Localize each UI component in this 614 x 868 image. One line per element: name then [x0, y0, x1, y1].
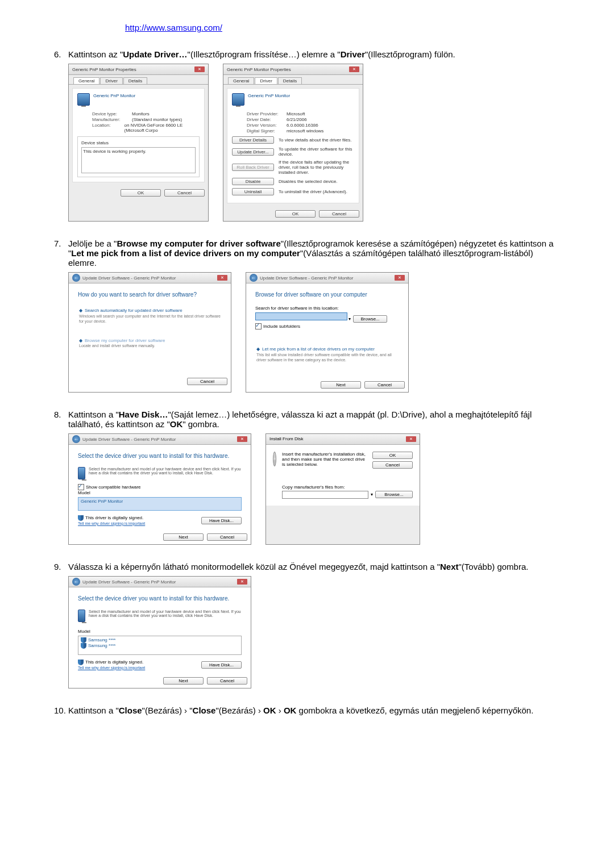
step-number: 9.	[54, 562, 61, 571]
cancel-button[interactable]: Cancel	[207, 533, 247, 541]
cancel-button[interactable]: Cancel	[319, 210, 359, 218]
disk-icon	[273, 452, 276, 466]
disable-button[interactable]: Disable	[232, 178, 274, 185]
dialog-titlebar: Generic PnP Monitor Properties ✕	[69, 64, 208, 75]
monitor-label: Generic PnP Monitor	[93, 93, 135, 98]
copy-from-label: Copy manufacturer's files from:	[282, 485, 413, 490]
model-list[interactable]: Samsung **** Samsung ****	[78, 636, 242, 655]
next-button[interactable]: Next	[321, 381, 361, 389]
tab-details[interactable]: Details	[278, 77, 302, 84]
model-list[interactable]: Generic PnP Monitor	[78, 497, 242, 511]
location-input[interactable]	[255, 312, 347, 320]
select-driver-wizard: ←Update Driver Software - Generic PnP Mo…	[68, 433, 251, 545]
option-let-me-pick[interactable]: ◆Let me pick from a list of device drive…	[255, 344, 399, 365]
back-icon[interactable]: ←	[72, 578, 80, 586]
wizard-heading: Select the device driver you want to ins…	[78, 595, 242, 602]
have-disk-button[interactable]: Have Disk...	[201, 517, 242, 524]
close-icon[interactable]: ✕	[349, 66, 359, 72]
monitor-icon	[78, 610, 85, 622]
tab-general[interactable]: General	[73, 77, 99, 84]
step-text: Jelölje be a "Browse my computer for dri…	[68, 239, 554, 268]
wizard-heading: Select the device driver you want to ins…	[78, 453, 242, 459]
wizard-heading: How do you want to search for driver sof…	[78, 291, 222, 298]
step-8: 8. Kattintson a "Have Disk…"(Saját lemez…	[68, 410, 557, 545]
close-icon[interactable]: ✕	[217, 275, 227, 281]
monitor-icon	[232, 93, 244, 106]
wizard-subtext: Select the manufacturer and model of you…	[89, 610, 242, 617]
next-button[interactable]: Next	[163, 533, 204, 541]
browse-button[interactable]: Browse...	[353, 315, 387, 323]
location-label: Search for driver software in this locat…	[255, 306, 399, 311]
close-icon[interactable]: ✕	[237, 579, 247, 585]
monitor-icon	[77, 93, 90, 106]
close-icon[interactable]: ✕	[395, 275, 405, 281]
ok-button[interactable]: OK	[121, 189, 161, 197]
ok-button[interactable]: OK	[372, 452, 413, 459]
include-subfolders-checkbox[interactable]	[255, 323, 262, 329]
samsung-url[interactable]: http://www.samsung.com/	[125, 23, 557, 32]
step-text: Válassza ki a képernyőn látható monitorm…	[68, 562, 528, 571]
step-number: 7.	[54, 239, 61, 248]
update-wizard-browse: ←Update Driver Software - Generic PnP Mo…	[246, 272, 409, 393]
shield-icon	[81, 643, 86, 649]
back-icon[interactable]: ←	[72, 435, 80, 443]
next-button[interactable]: Next	[163, 677, 204, 685]
cancel-button[interactable]: Cancel	[187, 378, 227, 385]
step-number: 8.	[54, 410, 61, 419]
dialog-titlebar: Generic PnP Monitor Properties ✕	[223, 64, 363, 75]
monitor-label: Generic PnP Monitor	[248, 93, 290, 98]
close-icon[interactable]: ✕	[237, 436, 247, 442]
signing-info-link[interactable]: Tell me why driver signing is important	[78, 521, 145, 525]
select-driver-wizard-models: ←Update Driver Software - Generic PnP Mo…	[68, 576, 251, 688]
rollback-driver-button[interactable]: Roll Back Driver	[232, 164, 274, 171]
step-6: 6. Kattintson az "Update Driver…"(Illesz…	[68, 49, 557, 222]
properties-general-dialog: Generic PnP Monitor Properties ✕ General…	[68, 64, 209, 222]
step-text: Kattintson a "Close"(Bezárás) › "Close"(…	[68, 706, 533, 715]
step-number: 10.	[54, 706, 66, 715]
install-message: Insert the manufacturer's installation d…	[282, 452, 369, 469]
cancel-button[interactable]: Cancel	[364, 381, 405, 389]
driver-details-button[interactable]: Driver Details	[232, 136, 274, 144]
properties-driver-dialog: Generic PnP Monitor Properties ✕ General…	[223, 64, 363, 222]
device-status-group: Device status This device is working pro…	[77, 136, 200, 177]
copy-path-input[interactable]	[282, 491, 368, 499]
step-number: 6.	[54, 49, 61, 59]
model-label: Model	[78, 629, 242, 634]
cancel-button[interactable]: Cancel	[372, 461, 413, 469]
tab-driver[interactable]: Driver	[100, 77, 122, 84]
shield-icon	[78, 660, 84, 665]
step-7: 7. Jelölje be a "Browse my computer for …	[68, 239, 557, 393]
model-label: Model	[78, 490, 242, 495]
close-icon[interactable]: ✕	[194, 66, 205, 72]
tab-details[interactable]: Details	[123, 77, 147, 84]
show-compatible-checkbox[interactable]	[78, 484, 84, 490]
signing-info-link[interactable]: Tell me why driver signing is important	[78, 666, 145, 670]
wizard-subtext: Select the manufacturer and model of you…	[89, 467, 242, 475]
update-driver-button[interactable]: Update Driver...	[232, 148, 274, 156]
tab-driver[interactable]: Driver	[255, 77, 277, 84]
step-text: Kattintson az "Update Driver…"(Illesztőp…	[68, 49, 455, 59]
shield-icon	[78, 515, 84, 521]
uninstall-button[interactable]: Uninstall	[232, 188, 274, 195]
cancel-button[interactable]: Cancel	[207, 677, 247, 685]
install-from-disk-dialog: Install From Disk ✕ Insert the manufactu…	[265, 433, 420, 545]
update-wizard-search: ←Update Driver Software - Generic PnP Mo…	[68, 272, 231, 393]
step-10: 10. Kattintson a "Close"(Bezárás) › "Clo…	[68, 706, 557, 715]
browse-button[interactable]: Browse...	[375, 491, 413, 498]
back-icon[interactable]: ←	[250, 274, 258, 282]
wizard-heading: Browse for driver software on your compu…	[255, 291, 399, 298]
option-auto-search[interactable]: ◆Search automatically for updated driver…	[78, 306, 222, 327]
monitor-icon	[78, 467, 85, 479]
close-icon[interactable]: ✕	[406, 436, 416, 442]
ok-button[interactable]: OK	[275, 210, 316, 218]
cancel-button[interactable]: Cancel	[164, 189, 205, 197]
have-disk-button[interactable]: Have Disk...	[201, 661, 242, 669]
tab-general[interactable]: General	[228, 77, 254, 84]
back-icon[interactable]: ←	[72, 274, 80, 282]
step-9: 9. Válassza ki a képernyőn látható monit…	[68, 562, 557, 688]
option-browse-computer[interactable]: ◆Browse my computer for driver software …	[78, 336, 222, 351]
shield-icon	[81, 637, 86, 643]
step-text: Kattintson a "Have Disk…"(Saját lemez…) …	[68, 410, 532, 429]
